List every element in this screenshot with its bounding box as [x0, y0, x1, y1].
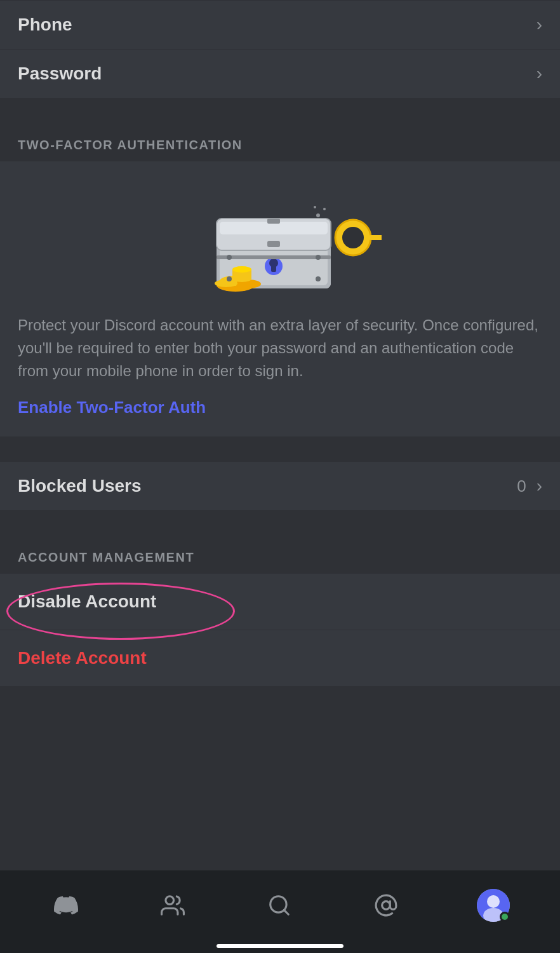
disable-account-label: Disable Account: [18, 591, 156, 612]
tfa-section-title: TWO-FACTOR AUTHENTICATION: [18, 138, 243, 152]
blocked-users-count: 0: [517, 476, 526, 496]
tfa-illustration: [18, 180, 542, 295]
svg-point-29: [323, 208, 326, 210]
avatar-container: [477, 889, 510, 922]
home-indicator: [217, 944, 343, 948]
home-icon: [50, 889, 82, 921]
account-management-header: ACCOUNT MANAGEMENT: [0, 536, 560, 574]
main-content: Phone › Password › TWO-FACTOR AUTHENTICA…: [0, 0, 560, 870]
phone-row[interactable]: Phone ›: [0, 0, 560, 50]
blocked-users-label: Blocked Users: [18, 476, 142, 496]
blocked-users-row[interactable]: Blocked Users 0 ›: [0, 462, 560, 511]
svg-rect-17: [217, 255, 331, 259]
nav-profile[interactable]: [464, 882, 523, 928]
svg-rect-16: [271, 266, 276, 272]
mentions-icon: [370, 889, 402, 921]
svg-rect-18: [267, 219, 280, 224]
online-status-dot: [500, 912, 510, 922]
friends-icon: [157, 889, 189, 921]
account-management-title: ACCOUNT MANAGEMENT: [18, 550, 194, 564]
separator-1: [0, 98, 560, 124]
svg-point-30: [314, 206, 316, 208]
separator-2: [0, 436, 560, 462]
svg-rect-25: [369, 235, 382, 240]
svg-line-33: [284, 910, 288, 914]
password-row[interactable]: Password ›: [0, 50, 560, 98]
tfa-section-header: TWO-FACTOR AUTHENTICATION: [0, 124, 560, 161]
delete-account-row[interactable]: Delete Account: [0, 630, 560, 686]
disable-account-row[interactable]: Disable Account: [0, 574, 560, 630]
svg-point-9: [232, 266, 251, 273]
svg-rect-13: [267, 241, 280, 247]
nav-friends[interactable]: [144, 883, 201, 928]
svg-point-24: [342, 227, 364, 248]
svg-point-31: [166, 896, 174, 905]
nav-home[interactable]: [37, 883, 95, 928]
phone-chevron-icon: ›: [537, 15, 542, 35]
svg-point-34: [382, 902, 390, 910]
password-label: Password: [18, 64, 102, 84]
blocked-users-chevron-icon: ›: [537, 476, 542, 496]
account-management-section: Disable Account Delete Account: [0, 574, 560, 686]
enable-tfa-link[interactable]: Enable Two-Factor Auth: [18, 398, 206, 417]
tfa-container: Protect your Discord account with an ext…: [0, 161, 560, 436]
phone-label: Phone: [18, 15, 72, 35]
svg-point-22: [316, 276, 321, 281]
separator-3: [0, 511, 560, 536]
bottom-padding: [0, 686, 560, 724]
svg-point-20: [316, 255, 321, 260]
svg-point-21: [227, 276, 232, 281]
svg-point-36: [487, 895, 500, 908]
bottom-nav: [0, 870, 560, 953]
blocked-users-right: 0 ›: [517, 476, 542, 496]
nav-mentions[interactable]: [357, 883, 415, 928]
svg-point-28: [316, 213, 320, 217]
tfa-description: Protect your Discord account with an ext…: [18, 314, 542, 382]
search-icon: [263, 889, 295, 921]
password-chevron-icon: ›: [537, 64, 542, 84]
nav-search[interactable]: [251, 883, 308, 928]
svg-point-19: [227, 255, 232, 260]
delete-account-label: Delete Account: [18, 648, 147, 668]
